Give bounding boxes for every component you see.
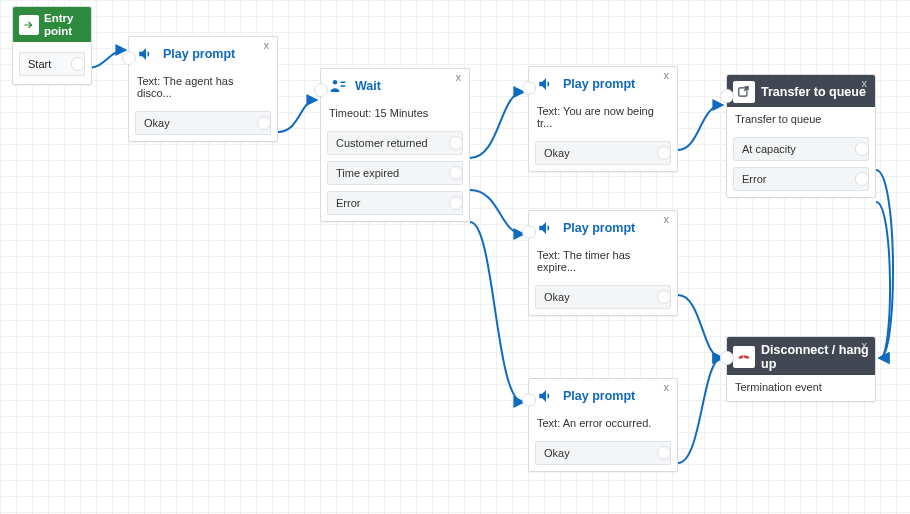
node-body: Text: The agent has disco... (129, 69, 277, 107)
entry-point-header: Entry point (13, 7, 91, 42)
out-okay[interactable]: Okay (535, 285, 671, 309)
node-header: Transfer to queue (727, 75, 875, 107)
wait-node[interactable]: x Wait Timeout: 15 Minutes Customer retu… (320, 68, 470, 222)
node-title: Play prompt (563, 389, 635, 403)
output-port[interactable] (855, 142, 869, 156)
speaker-icon (535, 73, 557, 95)
node-title: Wait (355, 79, 381, 93)
out-label: Time expired (336, 167, 399, 179)
speaker-icon (535, 217, 557, 239)
node-header: Play prompt (129, 37, 277, 69)
close-icon[interactable]: x (260, 37, 274, 53)
close-icon[interactable]: x (660, 211, 674, 227)
output-port[interactable] (657, 146, 671, 160)
queue-icon (733, 81, 755, 103)
input-port[interactable] (522, 81, 536, 95)
out-error[interactable]: Error (327, 191, 463, 215)
node-body: Text: You are now being tr... (529, 99, 677, 137)
play-prompt-node-4[interactable]: x Play prompt Text: An error occurred. O… (528, 378, 678, 472)
input-port[interactable] (720, 351, 734, 365)
node-title: Play prompt (563, 221, 635, 235)
node-title: Play prompt (163, 47, 235, 61)
input-port[interactable] (314, 83, 328, 97)
out-label: Error (742, 173, 766, 185)
output-port[interactable] (855, 172, 869, 186)
close-icon[interactable]: x (660, 379, 674, 395)
node-body: Text: An error occurred. (529, 411, 677, 437)
output-port[interactable] (449, 136, 463, 150)
entry-point-node[interactable]: Entry point Start (12, 6, 92, 85)
out-label: Customer returned (336, 137, 428, 149)
transfer-to-queue-node[interactable]: x Transfer to queue Transfer to queue At… (726, 74, 876, 198)
output-port[interactable] (71, 57, 85, 71)
speaker-icon (135, 43, 157, 65)
node-header: Wait (321, 69, 469, 101)
out-error[interactable]: Error (733, 167, 869, 191)
output-port[interactable] (657, 290, 671, 304)
input-port[interactable] (720, 89, 734, 103)
disconnect-node[interactable]: x Disconnect / hang up Termination event (726, 336, 876, 402)
entry-title: Entry point (44, 12, 85, 37)
svg-rect-1 (340, 82, 345, 84)
play-prompt-node-1[interactable]: x Play prompt Text: The agent has disco.… (128, 36, 278, 142)
entry-out-label: Start (28, 58, 51, 70)
output-port[interactable] (449, 196, 463, 210)
out-label: Okay (544, 291, 570, 303)
close-icon[interactable]: x (858, 75, 872, 91)
out-time-expired[interactable]: Time expired (327, 161, 463, 185)
close-icon[interactable]: x (660, 67, 674, 83)
node-header: Disconnect / hang up (727, 337, 875, 375)
input-port[interactable] (522, 225, 536, 239)
speaker-icon (535, 385, 557, 407)
output-port[interactable] (657, 446, 671, 460)
node-title: Play prompt (563, 77, 635, 91)
out-customer-returned[interactable]: Customer returned (327, 131, 463, 155)
play-prompt-node-2[interactable]: x Play prompt Text: You are now being tr… (528, 66, 678, 172)
input-port[interactable] (522, 393, 536, 407)
node-title: Transfer to queue (761, 85, 866, 99)
input-port[interactable] (122, 51, 136, 65)
out-label: Okay (544, 447, 570, 459)
wait-icon (327, 75, 349, 97)
entry-out-start[interactable]: Start (19, 52, 85, 76)
node-body: Timeout: 15 Minutes (321, 101, 469, 127)
play-prompt-node-3[interactable]: x Play prompt Text: The timer has expire… (528, 210, 678, 316)
out-okay[interactable]: Okay (135, 111, 271, 135)
output-port[interactable] (257, 116, 271, 130)
node-body: Transfer to queue (727, 107, 875, 133)
node-header: Play prompt (529, 67, 677, 99)
entry-arrow-icon (19, 15, 39, 35)
out-okay[interactable]: Okay (535, 141, 671, 165)
output-port[interactable] (449, 166, 463, 180)
node-body: Termination event (727, 375, 875, 401)
svg-point-0 (333, 80, 338, 85)
node-title: Disconnect / hang up (761, 343, 869, 371)
node-body: Text: The timer has expire... (529, 243, 677, 281)
out-okay[interactable]: Okay (535, 441, 671, 465)
out-label: Error (336, 197, 360, 209)
out-label: Okay (144, 117, 170, 129)
close-icon[interactable]: x (858, 337, 872, 353)
hangup-icon (733, 346, 755, 368)
node-header: Play prompt (529, 379, 677, 411)
svg-rect-2 (340, 85, 345, 87)
node-header: Play prompt (529, 211, 677, 243)
out-label: At capacity (742, 143, 796, 155)
out-label: Okay (544, 147, 570, 159)
close-icon[interactable]: x (452, 69, 466, 85)
out-at-capacity[interactable]: At capacity (733, 137, 869, 161)
